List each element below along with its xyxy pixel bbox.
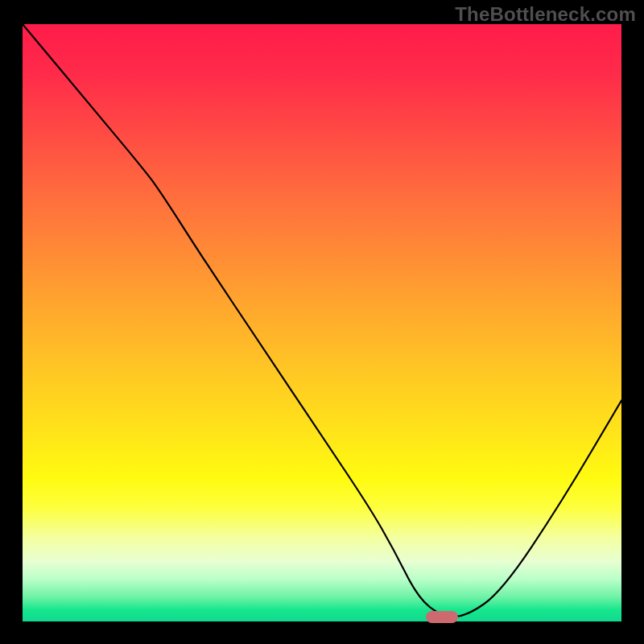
curve-path bbox=[23, 24, 621, 617]
optimal-marker bbox=[426, 611, 458, 623]
bottleneck-curve bbox=[23, 24, 621, 621]
plot-area bbox=[23, 24, 621, 621]
watermark-text: TheBottleneck.com bbox=[455, 3, 636, 26]
chart-frame: TheBottleneck.com bbox=[0, 0, 644, 644]
